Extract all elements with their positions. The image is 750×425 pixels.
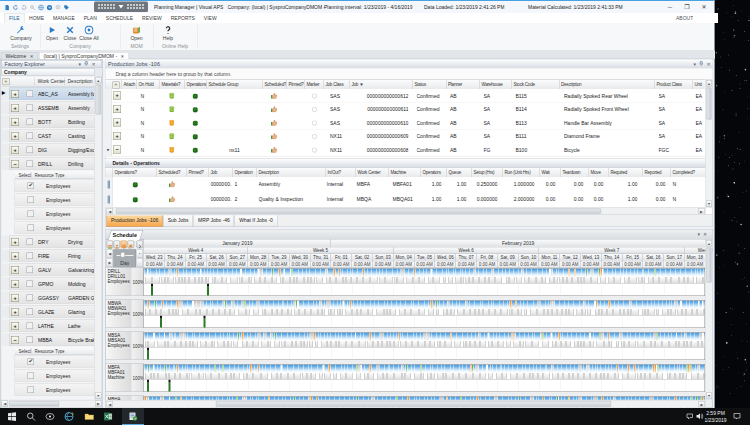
task-block[interactable] [569, 301, 574, 309]
factory-explorer-horizontal-scrollbar[interactable]: ◀▶ [1, 400, 102, 408]
select-all-icon[interactable]: ✳ [3, 78, 10, 85]
expand-button[interactable]: + [11, 280, 19, 288]
task-block[interactable] [443, 269, 447, 277]
task-block[interactable] [239, 365, 244, 373]
task-block[interactable] [200, 333, 205, 341]
task-block[interactable] [630, 365, 634, 373]
explorer-icon[interactable] [84, 412, 94, 422]
task-block[interactable] [446, 333, 450, 341]
task-block[interactable] [364, 333, 369, 341]
task-block[interactable] [481, 333, 485, 341]
task-block[interactable] [463, 365, 467, 373]
task-block[interactable] [570, 269, 574, 277]
task-block[interactable] [631, 333, 636, 341]
work-center-row-assemb[interactable]: +ASSEMBAssembly [10, 102, 95, 115]
timeline-day[interactable]: Wed, 30 [289, 254, 310, 262]
task-block[interactable] [343, 269, 347, 277]
task-block[interactable] [661, 269, 666, 277]
expand-button[interactable]: − [11, 336, 19, 344]
work-center-row-galv[interactable]: +GALVGalvanizing [10, 264, 95, 277]
resource-checkbox[interactable]: ✔ [28, 183, 35, 190]
task-block[interactable] [541, 365, 546, 373]
task-block[interactable] [681, 269, 686, 277]
close-icon[interactable]: ✕ [707, 62, 711, 68]
task-block[interactable] [636, 333, 640, 341]
timeline-day[interactable]: Fri, 25 [185, 254, 206, 262]
schedule-horizontal-scrollbar[interactable]: ◀▶ [106, 400, 706, 408]
scroll-down-icon[interactable]: ▼ [706, 393, 712, 400]
task-block[interactable] [281, 269, 284, 277]
task-block[interactable] [463, 333, 468, 341]
expand-button[interactable]: + [11, 238, 19, 246]
task-block[interactable] [414, 301, 419, 309]
ribbon-tab-home[interactable]: HOME [25, 14, 49, 24]
chevron-down-icon[interactable]: ▾ [694, 62, 697, 68]
globe-icon[interactable] [38, 4, 44, 10]
task-block[interactable] [224, 333, 228, 341]
close-icon[interactable]: ✕ [92, 62, 96, 68]
task-block[interactable] [456, 269, 460, 277]
task-block[interactable] [244, 365, 248, 373]
task-block[interactable] [700, 333, 702, 341]
task-block[interactable] [295, 333, 299, 341]
work-center-row-bott[interactable]: +BOTTBottling [10, 116, 95, 129]
task-block[interactable] [325, 365, 329, 373]
column-header-select[interactable]: Select [19, 173, 32, 178]
task-block[interactable] [303, 269, 307, 277]
task-block[interactable] [691, 333, 695, 341]
timeline-day[interactable]: Wed, 13 [580, 254, 601, 262]
task-block[interactable] [547, 333, 551, 341]
task-block[interactable] [375, 301, 379, 309]
task-block[interactable] [666, 269, 670, 277]
task-block[interactable] [234, 333, 238, 341]
timeline-day[interactable]: Wed, 06 [435, 254, 456, 262]
task-block[interactable] [644, 269, 649, 277]
ribbon-tab-schedule[interactable]: SCHEDULE [101, 14, 137, 24]
task-block[interactable] [316, 269, 321, 277]
ribbon-button-open[interactable]: Open [125, 26, 149, 41]
task-block[interactable] [610, 333, 615, 341]
task-block[interactable] [285, 269, 290, 277]
task-block[interactable] [299, 301, 303, 309]
task-block[interactable] [638, 269, 643, 277]
task-block[interactable] [353, 269, 358, 277]
expand-button[interactable]: + [11, 266, 19, 274]
row-expand-button[interactable]: + [113, 92, 121, 100]
task-block[interactable] [677, 333, 682, 341]
scroll-up-icon[interactable]: ▲ [706, 240, 712, 247]
task-block[interactable] [649, 365, 653, 373]
production-job-row[interactable]: +NSAS000000000000610ConfirmedABSAB113Han… [106, 116, 706, 130]
task-block[interactable] [379, 301, 384, 309]
task-block[interactable] [288, 333, 292, 341]
task-block[interactable] [293, 269, 298, 277]
task-block[interactable] [387, 269, 392, 277]
task-block[interactable] [371, 301, 375, 309]
task-block[interactable] [304, 365, 309, 373]
task-block[interactable] [271, 365, 276, 373]
task-block[interactable] [678, 301, 681, 309]
production-job-row[interactable]: +NNX11000000000000609ConfirmedABSAB111Di… [106, 130, 706, 144]
row-expand-button[interactable]: + [113, 119, 121, 127]
task-block[interactable] [574, 301, 579, 309]
task-block[interactable] [649, 269, 654, 277]
resource-row[interactable]: ✔Employees [15, 356, 95, 369]
task-block[interactable] [354, 301, 358, 309]
task-block[interactable] [394, 365, 398, 373]
scroll-left-icon[interactable]: ◀ [2, 401, 9, 408]
task-block[interactable] [437, 333, 441, 341]
task-block[interactable] [449, 269, 453, 277]
ie-icon[interactable] [64, 412, 74, 422]
task-block[interactable] [645, 333, 650, 341]
task-block[interactable] [224, 269, 228, 277]
task-block[interactable] [532, 269, 537, 277]
zoom-out-button[interactable]: ▫ [137, 259, 144, 268]
task-block[interactable] [534, 301, 538, 309]
ribbon-tab-manage[interactable]: MANAGE [49, 14, 80, 24]
task-block[interactable] [235, 365, 239, 373]
job-list-tab-production-jobs-106[interactable]: Production Jobs -106 [107, 216, 163, 228]
timeline-day[interactable]: Sun, 03 [372, 254, 393, 262]
task-block[interactable] [230, 365, 235, 373]
resource-checkbox[interactable] [28, 225, 35, 232]
timeline-day[interactable]: Sat, 26 [206, 254, 227, 262]
column-header-work-center[interactable]: Work Center [38, 79, 66, 85]
